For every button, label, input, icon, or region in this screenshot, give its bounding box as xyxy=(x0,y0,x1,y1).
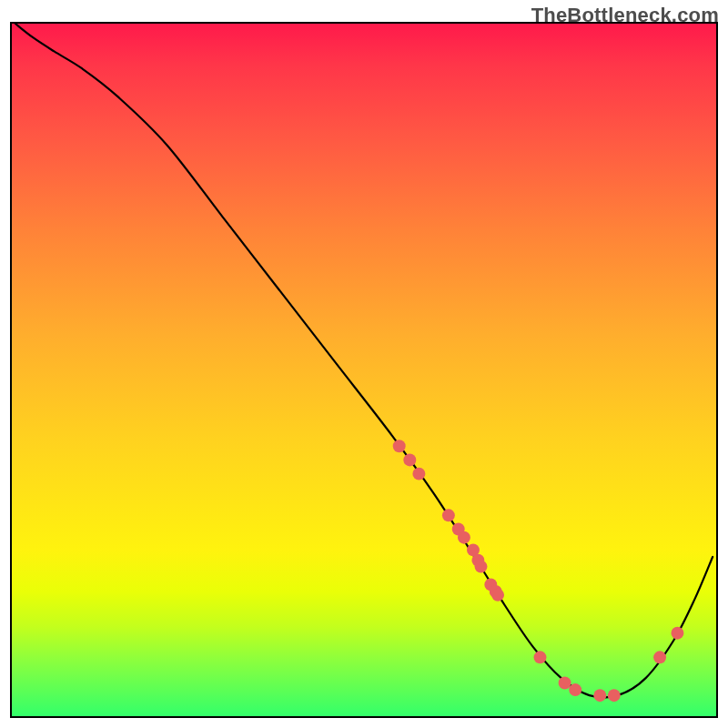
chart-svg xyxy=(12,24,716,716)
watermark-label: TheBottleneck.com xyxy=(531,4,719,27)
marker-group xyxy=(393,440,684,702)
bottleneck-curve xyxy=(15,24,713,698)
data-point xyxy=(491,589,504,602)
data-point xyxy=(475,561,488,573)
data-point xyxy=(593,689,606,702)
data-point xyxy=(393,440,406,452)
data-point xyxy=(534,651,547,663)
data-point xyxy=(458,531,470,544)
data-point xyxy=(608,689,621,702)
data-point xyxy=(671,627,683,640)
data-point xyxy=(412,468,425,480)
data-point xyxy=(403,453,416,466)
data-point xyxy=(442,509,455,521)
data-point xyxy=(653,651,666,663)
plot-area xyxy=(10,22,718,718)
data-point xyxy=(569,683,581,696)
chart-container: TheBottleneck.com xyxy=(0,0,728,728)
data-point xyxy=(559,677,571,690)
